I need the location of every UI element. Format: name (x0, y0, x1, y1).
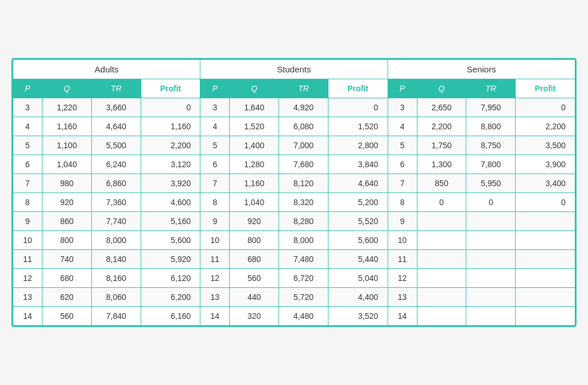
seniors-p-cell: 10 (388, 231, 417, 250)
students-p-cell: 4 (200, 117, 230, 136)
adults-profit-cell: 6,120 (141, 269, 200, 288)
seniors-q-cell (417, 250, 466, 269)
seniors-p-cell: 3 (388, 98, 417, 117)
seniors-p-cell: 13 (388, 288, 417, 307)
seniors-tr-cell: 5,950 (466, 174, 516, 193)
adults-tr-cell: 4,640 (91, 117, 141, 136)
students-profit-cell: 5,520 (328, 212, 388, 231)
seniors-q-cell (417, 288, 466, 307)
students-tr-cell: 4,480 (279, 307, 328, 326)
students-profit-header: Profit (328, 79, 388, 98)
seniors-p-cell: 7 (388, 174, 417, 193)
adults-profit-cell: 5,920 (141, 250, 200, 269)
adults-tr-cell: 7,840 (91, 307, 141, 326)
seniors-p-cell: 8 (388, 193, 417, 212)
seniors-tr-cell: 8,750 (466, 136, 516, 155)
adults-q-cell: 1,040 (42, 155, 92, 174)
seniors-tr-cell: 7,800 (466, 155, 516, 174)
seniors-q-cell: 1,750 (417, 136, 466, 155)
students-q-cell: 440 (230, 288, 279, 307)
adults-p-cell: 11 (13, 250, 42, 269)
seniors-profit-cell (516, 212, 575, 231)
adults-p-cell: 7 (13, 174, 42, 193)
adults-p-cell: 12 (13, 269, 42, 288)
adults-tr-cell: 6,860 (91, 174, 141, 193)
seniors-tr-cell (466, 307, 516, 326)
seniors-q-header: Q (417, 79, 466, 98)
seniors-profit-cell (516, 269, 575, 288)
students-p-cell: 5 (200, 136, 230, 155)
students-tr-cell: 6,720 (279, 269, 328, 288)
adults-profit-cell: 0 (141, 98, 200, 117)
adults-p-cell: 10 (13, 231, 42, 250)
adults-group-header: Adults (13, 60, 200, 79)
students-p-cell: 9 (200, 212, 230, 231)
students-p-cell: 6 (200, 155, 230, 174)
students-q-cell: 680 (230, 250, 279, 269)
students-q-cell: 320 (230, 307, 279, 326)
adults-profit-cell: 1,160 (141, 117, 200, 136)
seniors-profit-cell: 3,400 (516, 174, 575, 193)
seniors-q-cell: 1,300 (417, 155, 466, 174)
students-tr-cell: 8,320 (279, 193, 328, 212)
seniors-q-cell (417, 212, 466, 231)
students-p-cell: 13 (200, 288, 230, 307)
adults-tr-cell: 7,740 (91, 212, 141, 231)
adults-tr-header: TR (91, 79, 141, 98)
adults-tr-cell: 8,140 (91, 250, 141, 269)
students-profit-cell: 4,400 (328, 288, 388, 307)
seniors-tr-cell (466, 212, 516, 231)
seniors-q-cell (417, 307, 466, 326)
seniors-tr-cell: 7,950 (466, 98, 516, 117)
seniors-p-cell: 5 (388, 136, 417, 155)
students-p-cell: 14 (200, 307, 230, 326)
students-tr-cell: 6,080 (279, 117, 328, 136)
students-group-header: Students (200, 60, 388, 79)
adults-q-cell: 800 (42, 231, 92, 250)
adults-profit-cell: 5,600 (141, 231, 200, 250)
students-q-cell: 1,160 (230, 174, 279, 193)
seniors-q-cell (417, 231, 466, 250)
seniors-q-cell: 2,200 (417, 117, 466, 136)
seniors-profit-cell (516, 250, 575, 269)
students-q-header: Q (230, 79, 279, 98)
students-p-cell: 8 (200, 193, 230, 212)
adults-q-cell: 920 (42, 193, 92, 212)
seniors-group-header: Seniors (388, 60, 575, 79)
seniors-tr-cell: 8,800 (466, 117, 516, 136)
students-profit-cell: 1,520 (328, 117, 388, 136)
adults-p-header: P (13, 79, 42, 98)
students-p-cell: 10 (200, 231, 230, 250)
seniors-p-cell: 9 (388, 212, 417, 231)
students-tr-cell: 4,920 (279, 98, 328, 117)
students-tr-cell: 8,280 (279, 212, 328, 231)
students-tr-cell: 7,000 (279, 136, 328, 155)
main-table-container: Adults Students Seniors P Q TR Profit P … (11, 58, 577, 327)
students-profit-cell: 5,600 (328, 231, 388, 250)
adults-tr-cell: 8,060 (91, 288, 141, 307)
students-q-cell: 920 (230, 212, 279, 231)
seniors-q-cell: 850 (417, 174, 466, 193)
students-q-cell: 800 (230, 231, 279, 250)
adults-profit-cell: 2,200 (141, 136, 200, 155)
adults-p-cell: 8 (13, 193, 42, 212)
students-tr-header: TR (279, 79, 328, 98)
seniors-profit-header: Profit (516, 79, 575, 98)
adults-tr-cell: 8,000 (91, 231, 141, 250)
students-profit-cell: 4,640 (328, 174, 388, 193)
students-profit-cell: 5,200 (328, 193, 388, 212)
students-q-cell: 1,040 (230, 193, 279, 212)
adults-q-cell: 1,100 (42, 136, 92, 155)
adults-tr-cell: 7,360 (91, 193, 141, 212)
students-profit-cell: 0 (328, 98, 388, 117)
students-p-header: P (200, 79, 230, 98)
students-q-cell: 1,400 (230, 136, 279, 155)
seniors-p-cell: 11 (388, 250, 417, 269)
students-q-cell: 560 (230, 269, 279, 288)
adults-q-cell: 740 (42, 250, 92, 269)
adults-p-cell: 14 (13, 307, 42, 326)
adults-p-cell: 9 (13, 212, 42, 231)
adults-q-cell: 980 (42, 174, 92, 193)
adults-q-cell: 1,160 (42, 117, 92, 136)
seniors-q-cell: 0 (417, 193, 466, 212)
